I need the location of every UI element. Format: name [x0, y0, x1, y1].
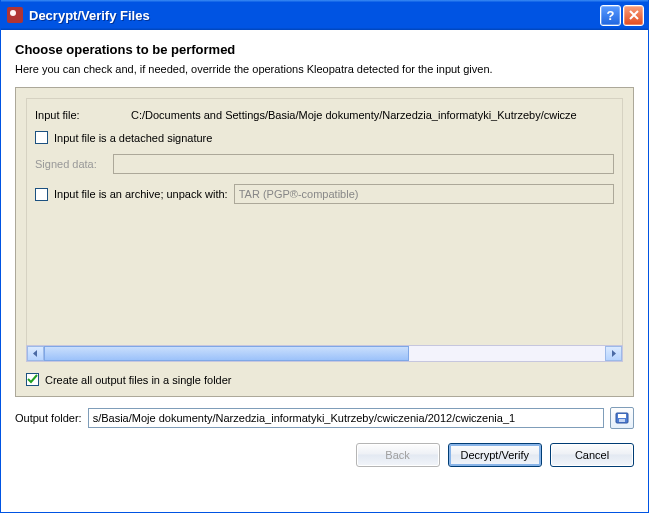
output-folder-row: Output folder:	[15, 407, 634, 429]
content-area: Choose operations to be performed Here y…	[1, 30, 648, 512]
titlebar: Decrypt/Verify Files ?	[1, 0, 648, 30]
input-file-label: Input file:	[35, 109, 125, 121]
input-file-path: C:/Documents and Settings/Basia/Moje dok…	[131, 109, 577, 121]
svg-rect-1	[618, 414, 626, 418]
chevron-right-icon	[610, 350, 617, 357]
page-subtext: Here you can check and, if needed, overr…	[15, 63, 634, 75]
signed-data-row: Signed data:	[35, 154, 614, 174]
detached-sig-label: Input file is a detached signature	[54, 132, 212, 144]
save-icon	[615, 412, 629, 424]
scroll-left-button[interactable]	[27, 346, 44, 361]
app-icon	[7, 7, 23, 23]
window-title: Decrypt/Verify Files	[29, 8, 598, 23]
archive-method-combo: TAR (PGP®-compatible)	[234, 184, 614, 204]
svg-rect-2	[619, 419, 625, 422]
output-folder-label: Output folder:	[15, 412, 82, 424]
archive-checkbox[interactable]	[35, 188, 48, 201]
scroll-thumb[interactable]	[44, 346, 409, 361]
help-button[interactable]: ?	[600, 5, 621, 26]
button-bar: Back Decrypt/Verify Cancel	[15, 443, 634, 467]
chevron-left-icon	[32, 350, 39, 357]
single-folder-row[interactable]: Create all output files in a single fold…	[26, 373, 623, 386]
options-panel: Input file: C:/Documents and Settings/Ba…	[15, 87, 634, 397]
back-button: Back	[356, 443, 440, 467]
archive-row: Input file is an archive; unpack with: T…	[35, 184, 614, 204]
close-button[interactable]	[623, 5, 644, 26]
file-group: Input file: C:/Documents and Settings/Ba…	[26, 98, 623, 346]
scroll-right-button[interactable]	[605, 346, 622, 361]
browse-folder-button[interactable]	[610, 407, 634, 429]
page-heading: Choose operations to be performed	[15, 42, 634, 57]
decrypt-verify-button[interactable]: Decrypt/Verify	[448, 443, 542, 467]
single-folder-label: Create all output files in a single fold…	[45, 374, 232, 386]
scroll-track[interactable]	[44, 346, 605, 361]
checkmark-icon	[27, 374, 38, 385]
signed-data-label: Signed data:	[35, 158, 107, 170]
signed-data-input	[113, 154, 614, 174]
close-icon	[629, 10, 639, 20]
archive-method-value: TAR (PGP®-compatible)	[239, 188, 359, 200]
output-folder-input[interactable]	[88, 408, 604, 428]
detached-sig-row[interactable]: Input file is a detached signature	[35, 131, 614, 144]
horizontal-scrollbar[interactable]	[26, 345, 623, 362]
single-folder-checkbox[interactable]	[26, 373, 39, 386]
archive-label: Input file is an archive; unpack with:	[54, 188, 228, 200]
detached-sig-checkbox[interactable]	[35, 131, 48, 144]
cancel-button[interactable]: Cancel	[550, 443, 634, 467]
input-file-row: Input file: C:/Documents and Settings/Ba…	[35, 109, 614, 121]
